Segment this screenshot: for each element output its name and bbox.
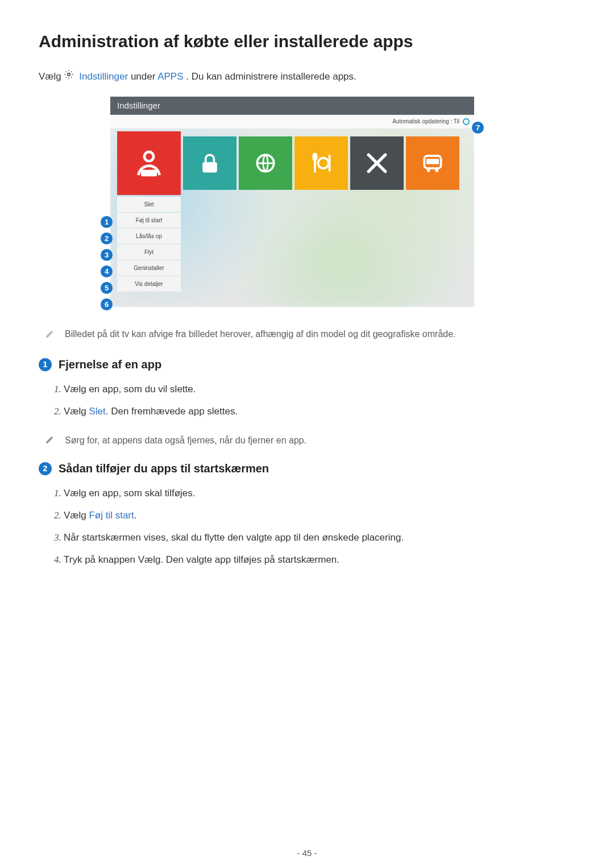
- step-text: Vælg: [64, 510, 89, 521]
- section-callout-1: 1: [39, 358, 52, 371]
- note-text: Billedet på dit tv kan afvige fra billed…: [65, 327, 456, 341]
- context-menu-item-3[interactable]: Flyt: [117, 244, 181, 260]
- context-menu-item-4[interactable]: Geninstaller: [117, 260, 181, 276]
- auto-update-label: Automatisk opdatering : Til: [392, 118, 459, 124]
- intro-suffix: . Du kan administrere installerede apps.: [186, 71, 356, 82]
- step-link[interactable]: Slet: [89, 406, 105, 417]
- step-link[interactable]: Føj til start: [89, 510, 134, 521]
- callout-2: 2: [101, 232, 113, 244]
- step-text: .: [134, 510, 137, 521]
- section-heading: 1Fjernelse af en app: [39, 358, 575, 371]
- app-tile-people[interactable]: [117, 131, 181, 195]
- context-menu-item-1[interactable]: Føj til start: [117, 213, 181, 228]
- step-text: Vælg en app, som skal tilføjes.: [64, 488, 195, 499]
- pencil-icon: [45, 329, 55, 342]
- app-tile-tools[interactable]: [350, 136, 404, 190]
- step-text: Tryk på knappen Vælg. Den valgte app til…: [64, 554, 339, 565]
- context-menu-item-2[interactable]: Lås/lås op: [117, 229, 181, 244]
- section-heading: 2Sådan tilføjer du apps til startskærmen: [39, 462, 575, 475]
- context-menu: SletFøj til startLås/lås opFlytGeninstal…: [117, 197, 181, 292]
- screenshot: Indstillinger Automatisk opdatering : Ti…: [110, 97, 474, 307]
- steps-list: Vælg en app, som skal tilføjes.Vælg Føj …: [39, 485, 575, 568]
- step-item: Vælg Slet. Den fremhævede app slettes.: [64, 404, 575, 419]
- step-item: Vælg en app, som du vil slette.: [64, 381, 575, 397]
- lock-icon: [197, 151, 222, 176]
- globe-icon: [253, 151, 278, 176]
- intro-paragraph: Vælg Indstillinger under APPS . Du kan a…: [39, 69, 575, 85]
- app-tile-bus[interactable]: [406, 136, 459, 190]
- intro-link-apps[interactable]: APPS: [157, 71, 183, 82]
- step-text: Når startskærmen vises, skal du flytte d…: [64, 532, 404, 543]
- people-icon: [133, 147, 165, 179]
- step-item: Tryk på knappen Vælg. Den valgte app til…: [64, 552, 575, 567]
- left-callouts-column: 123456: [101, 216, 113, 310]
- steps-list: Vælg en app, som du vil slette.Vælg Slet…: [39, 381, 575, 419]
- callout-7: 7: [472, 122, 484, 134]
- step-text: Vælg en app, som du vil slette.: [64, 384, 196, 394]
- section-callout-2: 2: [39, 462, 52, 475]
- step-text: Vælg: [64, 406, 89, 417]
- section-note: Sørg for, at appens data også fjernes, n…: [45, 435, 575, 446]
- note-image-may-differ: Billedet på dit tv kan afvige fra billed…: [45, 327, 575, 342]
- section-note-text: Sørg for, at appens data også fjernes, n…: [65, 435, 306, 446]
- section-title: Sådan tilføjer du apps til startskærmen: [59, 462, 269, 475]
- intro-mid: under: [131, 71, 157, 82]
- pencil-icon: [45, 435, 55, 446]
- step-item: Når startskærmen vises, skal du flytte d…: [64, 530, 575, 545]
- page-title: Administration af købte eller installere…: [39, 32, 575, 51]
- callout-5: 5: [101, 282, 113, 294]
- page-number: - 45 -: [0, 848, 614, 858]
- step-item: Vælg Føj til start.: [64, 508, 575, 523]
- app-tiles-row: [117, 136, 459, 195]
- app-tile-food[interactable]: [294, 136, 348, 190]
- step-text: . Den fremhævede app slettes.: [106, 406, 238, 417]
- intro-link-settings[interactable]: Indstillinger: [79, 71, 128, 82]
- step-item: Vælg en app, som skal tilføjes.: [64, 485, 575, 501]
- svg-point-0: [68, 73, 70, 76]
- context-menu-item-5[interactable]: Vis detaljer: [117, 276, 181, 292]
- app-tile-globe[interactable]: [239, 136, 292, 190]
- bus-icon: [420, 151, 445, 176]
- auto-update-toggle[interactable]: [463, 118, 470, 125]
- app-tile-lock[interactable]: [183, 136, 237, 190]
- callout-4: 4: [101, 265, 113, 277]
- intro-prefix: Vælg: [39, 71, 64, 82]
- screenshot-header: Indstillinger: [110, 97, 474, 115]
- callout-3: 3: [101, 249, 113, 261]
- tools-icon: [364, 151, 389, 176]
- auto-update-bar: Automatisk opdatering : Til: [110, 115, 474, 128]
- context-menu-item-0[interactable]: Slet: [117, 197, 181, 212]
- section-title: Fjernelse af en app: [59, 358, 161, 371]
- callout-6: 6: [101, 298, 113, 310]
- callout-1: 1: [101, 216, 113, 228]
- food-icon: [309, 151, 334, 176]
- gear-icon: [64, 69, 74, 84]
